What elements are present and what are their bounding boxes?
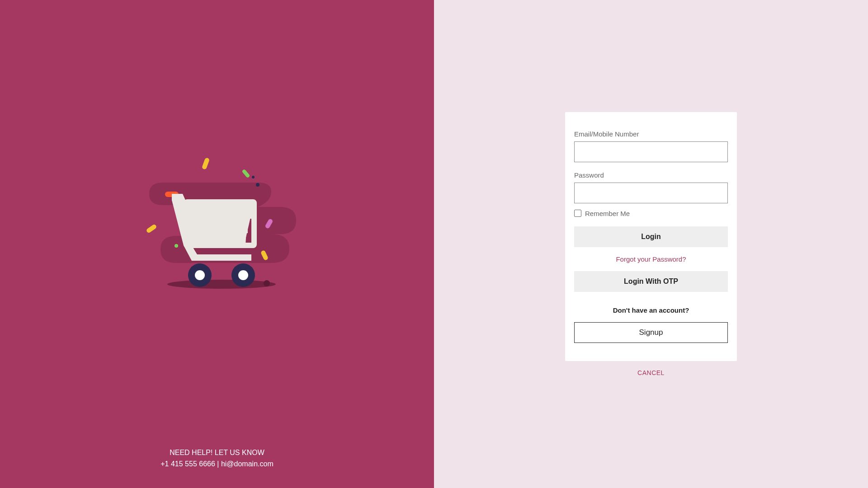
login-card: Email/Mobile Number Password Remember Me… [565, 112, 737, 361]
signup-button-label: Signup [639, 328, 663, 337]
password-input[interactable] [574, 183, 728, 203]
help-heading: NEED HELP! LET US KNOW [160, 447, 273, 459]
cancel-link[interactable]: CANCEL [637, 369, 665, 376]
shopping-cart-icon [122, 142, 312, 305]
svg-point-7 [252, 176, 255, 178]
svg-point-21 [238, 270, 248, 280]
remember-label: Remember Me [585, 210, 630, 217]
form-panel: Email/Mobile Number Password Remember Me… [434, 0, 868, 488]
login-button-label: Login [641, 233, 661, 241]
svg-line-13 [243, 202, 246, 245]
remember-checkbox[interactable] [574, 210, 581, 217]
svg-point-22 [264, 280, 270, 286]
login-otp-button-label: Login With OTP [624, 277, 678, 286]
cart-illustration [122, 0, 312, 447]
login-button[interactable]: Login [574, 226, 728, 247]
svg-point-8 [175, 244, 178, 248]
login-otp-button[interactable]: Login With OTP [574, 271, 728, 292]
svg-point-19 [195, 270, 205, 280]
help-phone: +1 415 555 6666 [160, 460, 215, 468]
brand-panel: NEED HELP! LET US KNOW +1 415 555 6666 |… [0, 0, 434, 488]
svg-point-6 [256, 183, 259, 187]
svg-rect-2 [146, 224, 157, 234]
svg-rect-1 [242, 169, 250, 178]
forgot-password-link[interactable]: Forgot your Password? [574, 255, 728, 263]
password-field-group: Password [574, 171, 728, 203]
help-separator: | [215, 460, 221, 468]
email-label: Email/Mobile Number [574, 130, 728, 138]
email-input[interactable] [574, 141, 728, 162]
help-contact: +1 415 555 6666 | hi@domain.com [160, 458, 273, 470]
signup-button[interactable]: Signup [574, 322, 728, 343]
password-label: Password [574, 171, 728, 179]
remember-row: Remember Me [574, 210, 728, 217]
help-footer: NEED HELP! LET US KNOW +1 415 555 6666 |… [160, 447, 273, 488]
email-field-group: Email/Mobile Number [574, 130, 728, 162]
signup-prompt: Don't have an account? [574, 306, 728, 314]
svg-rect-0 [202, 157, 210, 170]
svg-line-12 [225, 202, 227, 245]
help-email: hi@domain.com [221, 460, 274, 468]
svg-point-17 [167, 280, 276, 289]
svg-line-11 [206, 202, 208, 245]
